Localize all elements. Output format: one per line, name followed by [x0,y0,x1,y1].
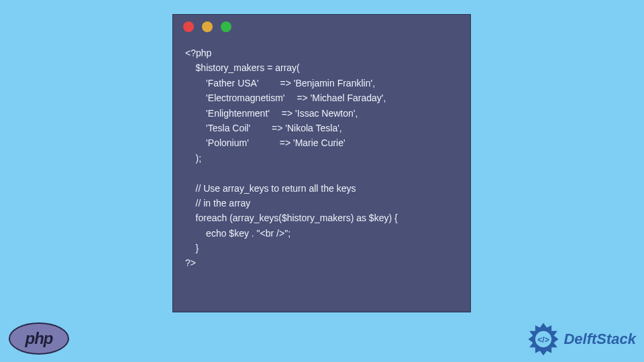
code-line: // in the array [185,198,250,208]
close-icon [183,21,194,32]
code-line: 'Father USA' => 'Benjamin Franklin', [185,78,375,88]
svg-text:</>: </> [538,335,550,345]
code-line: ); [185,153,201,164]
code-line: 'Polonium' => 'Marie Curie' [185,137,345,148]
maximize-icon [221,21,231,32]
code-line: $history_makers = array( [185,62,300,73]
php-logo: php [9,322,69,355]
code-line: echo $key . "<br />"; [185,228,290,239]
code-line: ?> [185,257,196,268]
code-line: 'Tesla Coil' => 'Nikola Tesla', [185,123,342,133]
code-window: <?php $history_makers = array( 'Father U… [172,14,471,312]
code-line: 'Enlightenment' => 'Issac Newton', [185,108,358,119]
code-line: } [185,243,199,253]
window-titlebar [173,15,470,39]
php-logo-text: php [25,329,53,348]
code-line: 'Electromagnetism' => 'Michael Faraday', [185,93,386,103]
code-block: <?php $history_makers = array( 'Father U… [173,39,470,283]
brand-icon: </> [526,322,561,357]
brand-logo: </> DelftStack [526,322,636,357]
brand-name: DelftStack [564,330,636,348]
code-line: foreach (array_keys($history_makers) as … [185,213,398,223]
minimize-icon [202,21,213,32]
code-line: <?php [185,48,211,58]
code-line: // Use array_keys to return all the keys [185,183,356,194]
